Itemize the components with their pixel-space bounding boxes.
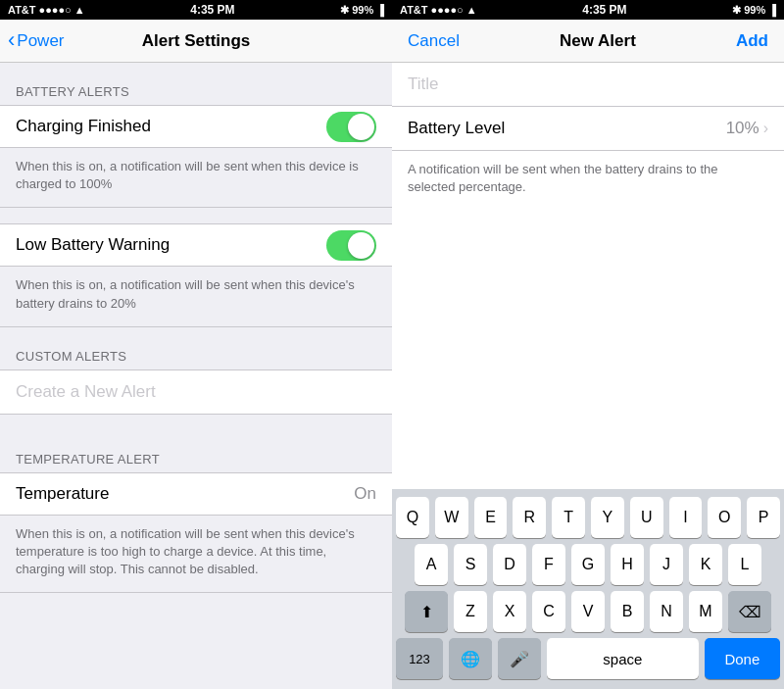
signal-dots-right: ●●●●○: [431, 4, 464, 16]
create-alert-cell[interactable]: Create a New Alert: [0, 369, 392, 415]
right-status-left: AT&T ●●●●○ ▲: [400, 4, 477, 16]
low-battery-cell[interactable]: Low Battery Warning: [0, 223, 392, 267]
left-nav-title: Alert Settings: [142, 31, 251, 51]
battery-level-row[interactable]: Battery Level 10% ›: [392, 107, 784, 151]
toggle-knob-2: [348, 232, 374, 259]
temperature-cell[interactable]: Temperature On: [0, 472, 392, 516]
keyboard: Q W E R T Y U I O P A S D F G H J K L ⬆ …: [392, 489, 784, 689]
battery-level-value[interactable]: 10% ›: [726, 119, 768, 138]
low-battery-toggle[interactable]: [326, 230, 376, 261]
temperature-header: Temperature Alert: [0, 430, 392, 472]
signal-dots-left: ●●●●○: [39, 4, 72, 16]
battery-level-desc: A notification will be sent when the bat…: [392, 151, 784, 206]
key-x[interactable]: X: [493, 591, 526, 632]
right-status-right: ✱ 99% ▐: [732, 4, 776, 17]
chevron-right-icon: ›: [763, 120, 768, 137]
temperature-label: Temperature: [16, 484, 109, 504]
keyboard-row-4: 123 🌐 🎤 space Done: [396, 638, 780, 679]
mic-key[interactable]: 🎤: [498, 638, 541, 679]
key-j[interactable]: J: [650, 544, 683, 585]
temperature-desc: When this is on, a notification will be …: [0, 516, 392, 594]
key-c[interactable]: C: [532, 591, 565, 632]
title-input[interactable]: [408, 74, 768, 94]
key-i[interactable]: I: [669, 497, 703, 538]
key-v[interactable]: V: [571, 591, 605, 632]
left-status-bar: AT&T ●●●●○ ▲ 4:35 PM ✱ 99% ▐: [0, 0, 392, 20]
key-z[interactable]: Z: [454, 591, 487, 632]
bluetooth-icon-right: ✱: [732, 4, 741, 17]
key-y[interactable]: Y: [591, 497, 624, 538]
key-k[interactable]: K: [689, 544, 722, 585]
right-nav-bar: Cancel New Alert Add: [392, 20, 784, 63]
battery-left: 99%: [352, 4, 373, 16]
wifi-icon-right: ▲: [466, 4, 477, 16]
battery-level-label: Battery Level: [408, 119, 505, 138]
battery-icon-left: ▐: [376, 4, 384, 16]
battery-right: 99%: [744, 4, 765, 16]
divider-2: [0, 415, 392, 430]
key-r[interactable]: R: [513, 497, 546, 538]
add-button[interactable]: Add: [736, 31, 768, 51]
custom-alerts-header: Custom Alerts: [0, 327, 392, 369]
right-nav-title: New Alert: [560, 31, 636, 51]
left-panel: AT&T ●●●●○ ▲ 4:35 PM ✱ 99% ▐ ‹ Power Ale…: [0, 0, 392, 689]
right-time: 4:35 PM: [582, 3, 626, 17]
battery-icon-right: ▐: [768, 4, 776, 16]
wifi-icon-left: ▲: [74, 4, 85, 16]
battery-level-number: 10%: [726, 119, 760, 138]
divider-1: [0, 208, 392, 223]
battery-alerts-header: Battery Alerts: [0, 63, 392, 105]
globe-key[interactable]: 🌐: [449, 638, 492, 679]
key-h[interactable]: H: [611, 544, 644, 585]
right-status-bar: AT&T ●●●●○ ▲ 4:35 PM ✱ 99% ▐: [392, 0, 784, 20]
key-t[interactable]: T: [552, 497, 585, 538]
low-battery-label: Low Battery Warning: [16, 235, 170, 255]
key-a[interactable]: A: [415, 544, 448, 585]
carrier-left: AT&T: [8, 4, 36, 16]
key-w[interactable]: W: [435, 497, 468, 538]
left-status-left: AT&T ●●●●○ ▲: [8, 4, 85, 16]
key-p[interactable]: P: [747, 497, 780, 538]
bluetooth-icon-left: ✱: [340, 4, 349, 17]
key-d[interactable]: D: [493, 544, 526, 585]
back-label: Power: [17, 31, 64, 51]
keyboard-row-2: A S D F G H J K L: [396, 544, 780, 585]
charging-finished-cell[interactable]: Charging Finished: [0, 105, 392, 148]
key-f[interactable]: F: [532, 544, 565, 585]
toggle-knob: [348, 114, 374, 140]
key-e[interactable]: E: [474, 497, 508, 538]
shift-key[interactable]: ⬆: [405, 591, 448, 632]
key-u[interactable]: U: [630, 497, 663, 538]
left-time: 4:35 PM: [190, 3, 234, 17]
charging-finished-toggle[interactable]: [326, 112, 376, 142]
back-button[interactable]: ‹ Power: [8, 31, 65, 51]
charging-finished-desc: When this is on, a notification will be …: [0, 148, 392, 208]
cancel-button[interactable]: Cancel: [408, 31, 460, 51]
keyboard-row-1: Q W E R T Y U I O P: [396, 497, 780, 538]
left-status-right: ✱ 99% ▐: [340, 4, 384, 17]
title-input-row[interactable]: [392, 63, 784, 107]
keyboard-row-3: ⬆ Z X C V B N M ⌫: [396, 591, 780, 632]
temperature-value: On: [354, 484, 376, 504]
key-q[interactable]: Q: [396, 497, 429, 538]
low-battery-desc: When this is on, a notification will be …: [0, 267, 392, 326]
key-g[interactable]: G: [571, 544, 605, 585]
space-key[interactable]: space: [547, 638, 699, 679]
done-key[interactable]: Done: [705, 638, 780, 679]
key-s[interactable]: S: [454, 544, 487, 585]
num-key[interactable]: 123: [396, 638, 443, 679]
delete-key[interactable]: ⌫: [728, 591, 771, 632]
carrier-right: AT&T: [400, 4, 428, 16]
key-o[interactable]: O: [708, 497, 741, 538]
charging-finished-label: Charging Finished: [16, 117, 151, 136]
right-panel: AT&T ●●●●○ ▲ 4:35 PM ✱ 99% ▐ Cancel New …: [392, 0, 784, 689]
key-m[interactable]: M: [689, 591, 722, 632]
key-l[interactable]: L: [728, 544, 761, 585]
back-chevron-icon: ‹: [8, 29, 15, 51]
key-b[interactable]: B: [611, 591, 644, 632]
left-nav-bar: ‹ Power Alert Settings: [0, 20, 392, 63]
key-n[interactable]: N: [650, 591, 683, 632]
